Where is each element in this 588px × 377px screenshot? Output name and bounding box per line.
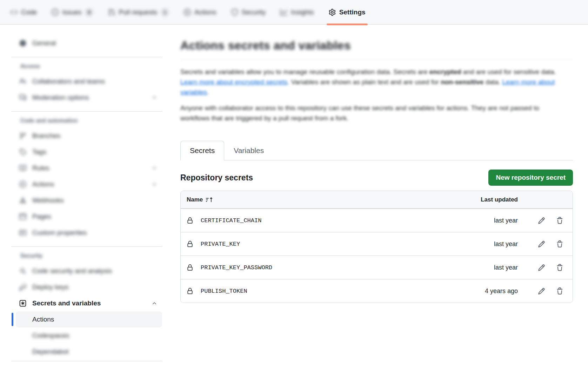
key-icon <box>19 284 27 291</box>
play-icon <box>19 181 27 188</box>
sidebar-item-tags[interactable]: Tags <box>11 144 162 160</box>
description-bold: non-sensitive <box>441 78 483 86</box>
secret-name: PUBLISH_TOKEN <box>201 288 465 295</box>
secrets-table: Name Last updated CERTIFICATE_CHAIN last… <box>180 191 573 303</box>
table-row: PRIVATE_KEY last year <box>181 232 573 256</box>
last-updated-column-label: Last updated <box>465 196 518 203</box>
nav-tab-label: Actions <box>194 8 216 16</box>
graph-icon <box>280 9 287 16</box>
table-row: PUBLISH_TOKEN 4 years ago <box>181 279 573 303</box>
comment-discussion-icon <box>19 94 27 101</box>
sidebar-divider <box>11 111 162 112</box>
sidebar-item-general[interactable]: General <box>11 35 162 51</box>
page-header: Actions secrets and variables <box>180 39 573 60</box>
trash-icon <box>556 264 563 271</box>
lock-icon <box>187 241 193 247</box>
pencil-icon <box>538 264 545 271</box>
new-repository-secret-button[interactable]: New repository secret <box>488 170 573 186</box>
delete-secret-button[interactable] <box>556 287 563 295</box>
sidebar-item-label: Tags <box>32 148 157 156</box>
chevron-down-icon <box>152 181 157 187</box>
sidebar-item-label: Actions <box>32 180 152 188</box>
sidebar-item-label: Webhooks <box>32 197 157 204</box>
sidebar-item-label: Dependabot <box>32 348 69 356</box>
sidebar-subitem-codespaces-secrets[interactable]: Codespaces <box>16 328 162 344</box>
secrets-variables-tabnav: Secrets Variables <box>180 141 573 160</box>
pull-requests-count-badge: 1 <box>161 8 169 16</box>
sidebar-item-label: Codespaces <box>32 332 69 339</box>
nav-tab-insights[interactable]: Insights <box>278 0 316 24</box>
sort-ascending-icon <box>206 197 212 203</box>
lock-icon <box>187 288 193 295</box>
nav-tab-security[interactable]: Security <box>228 0 269 24</box>
delete-secret-button[interactable] <box>556 240 563 248</box>
nav-tab-issues[interactable]: Issues 8 <box>49 0 96 24</box>
description-paragraph-2: Anyone with collaborator access to this … <box>180 103 563 123</box>
nav-tab-code[interactable]: Code <box>8 0 40 24</box>
sidebar-item-deploy-keys[interactable]: Deploy keys <box>11 279 162 295</box>
edit-secret-button[interactable] <box>538 264 545 271</box>
secret-last-updated: last year <box>465 217 518 224</box>
sidebar-item-label: Deploy keys <box>32 283 157 291</box>
sidebar-item-moderation[interactable]: Moderation options <box>11 90 162 106</box>
encrypted-secrets-link[interactable]: Learn more about encrypted secrets <box>180 78 287 86</box>
tag-icon <box>19 148 27 156</box>
edit-secret-button[interactable] <box>538 287 545 295</box>
browser-icon <box>19 213 27 220</box>
sidebar-item-code-security[interactable]: Code security and analysis <box>11 263 162 279</box>
secret-name: PRIVATE_KEY <box>201 241 465 247</box>
table-header-row: Name Last updated <box>181 191 573 209</box>
sort-by-name-header[interactable]: Name <box>187 196 465 203</box>
sidebar-subitem-actions-secrets[interactable]: Actions <box>16 311 162 328</box>
sidebar-subitem-dependabot-secrets[interactable]: Dependabot <box>16 344 162 360</box>
main-content: Actions secrets and variables Secrets an… <box>180 25 573 303</box>
sidebar-item-branches[interactable]: Branches <box>11 128 162 144</box>
sidebar-item-actions[interactable]: Actions <box>11 176 162 192</box>
sidebar-item-label: General <box>32 39 157 47</box>
sidebar-item-pages[interactable]: Pages <box>11 209 162 225</box>
nav-tab-label: Settings <box>339 8 366 16</box>
sidebar-section-code-automation: Code and automation <box>20 117 162 124</box>
description-text: . Variables are shown as plain text and … <box>287 78 441 86</box>
sidebar-item-webhooks[interactable]: Webhooks <box>11 192 162 209</box>
sidebar-item-collaborators[interactable]: Collaborators and teams <box>11 73 162 90</box>
chevron-down-icon <box>152 95 157 100</box>
nav-tab-settings[interactable]: Settings <box>326 0 368 24</box>
nav-tab-actions[interactable]: Actions <box>181 0 219 24</box>
sidebar-section-security: Security <box>20 252 162 259</box>
delete-secret-button[interactable] <box>556 217 563 224</box>
people-icon <box>19 78 27 85</box>
nav-tab-label: Security <box>242 8 266 16</box>
lock-icon <box>187 217 193 224</box>
code-icon <box>11 9 18 16</box>
edit-secret-button[interactable] <box>538 240 545 248</box>
nav-tab-pull-requests[interactable]: Pull requests 1 <box>105 0 172 24</box>
tab-variables[interactable]: Variables <box>224 141 273 160</box>
git-branch-icon <box>19 132 27 139</box>
sidebar-item-label: Rules <box>32 164 152 172</box>
trash-icon <box>556 217 563 224</box>
secret-last-updated: last year <box>465 240 518 248</box>
nav-tab-label: Pull requests <box>119 8 157 16</box>
issues-count-badge: 8 <box>85 8 93 16</box>
description-bold: encrypted <box>429 68 461 75</box>
description-text: and are used for sensitive data. <box>461 68 556 75</box>
sidebar-item-rules[interactable]: Rules <box>11 160 162 176</box>
sidebar-item-label: Secrets and variables <box>32 299 152 307</box>
delete-secret-button[interactable] <box>556 264 563 271</box>
sidebar-item-custom-properties[interactable]: Custom properties <box>11 225 162 241</box>
secret-last-updated: last year <box>465 264 518 271</box>
repository-secrets-header: Repository secrets New repository secret <box>180 170 573 186</box>
nav-tab-label: Code <box>21 8 37 16</box>
sidebar-item-secrets-and-variables[interactable]: Secrets and variables <box>11 295 162 311</box>
play-icon <box>184 9 191 16</box>
description-text: data. <box>484 78 502 86</box>
description-text: Secrets and variables allow you to manag… <box>180 68 429 75</box>
description-text: . <box>207 88 209 96</box>
tab-secrets[interactable]: Secrets <box>180 141 224 160</box>
pencil-icon <box>538 240 545 248</box>
edit-secret-button[interactable] <box>538 217 545 224</box>
trash-icon <box>556 287 563 295</box>
asterisk-box-icon <box>19 300 27 307</box>
sidebar-divider <box>11 57 162 57</box>
